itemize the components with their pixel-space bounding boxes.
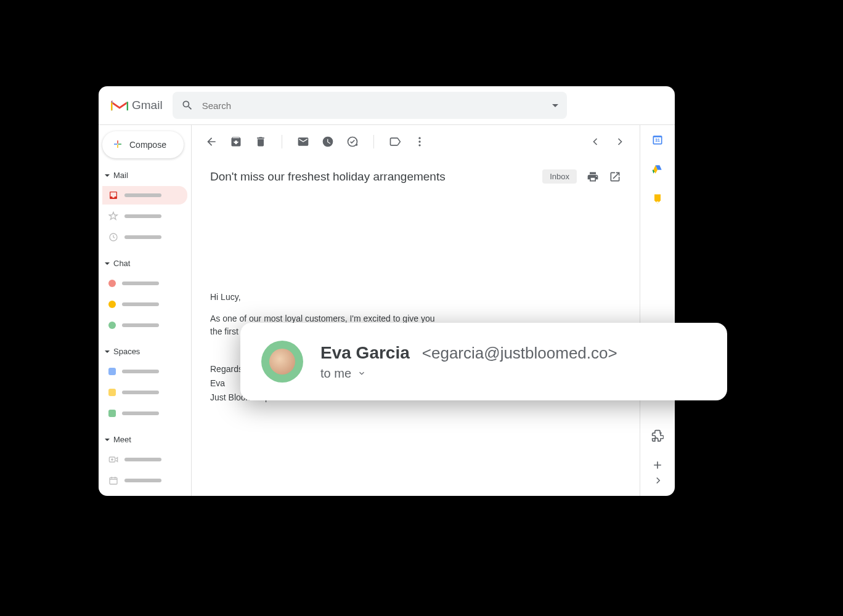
space-item-2[interactable] xyxy=(102,383,187,402)
svg-point-5 xyxy=(418,140,420,142)
nav-placeholder xyxy=(124,235,161,239)
delete-icon[interactable] xyxy=(255,136,267,148)
svg-rect-10 xyxy=(656,201,658,203)
chat-item-2[interactable] xyxy=(102,295,187,314)
meet-section-header[interactable]: Meet xyxy=(102,431,187,448)
avatar-image xyxy=(269,349,295,375)
gmail-logo[interactable]: Gmail xyxy=(111,99,163,112)
email-subject: Don't miss our freshest holiday arrangem… xyxy=(210,170,532,184)
content-area: Compose Mail Chat xyxy=(99,124,675,496)
collapse-panel-icon[interactable] xyxy=(653,475,664,486)
spaces-section-label: Spaces xyxy=(113,347,140,356)
nav-placeholder xyxy=(124,193,161,197)
separator xyxy=(282,135,282,148)
chat-section-header[interactable]: Chat xyxy=(102,255,187,272)
side-panel: 31 xyxy=(640,125,675,496)
email-greeting: Hi Lucy, xyxy=(210,291,621,304)
sidebar-item-starred[interactable] xyxy=(102,207,187,225)
sender-card: Eva Garcia <egarcia@justbloomed.co> to m… xyxy=(240,323,727,400)
star-icon xyxy=(108,211,118,221)
archive-icon[interactable] xyxy=(230,136,242,148)
calendar-icon xyxy=(108,476,118,485)
nav-placeholder xyxy=(122,370,159,373)
mark-unread-icon[interactable] xyxy=(297,136,309,148)
svg-point-4 xyxy=(418,137,420,139)
caret-down-icon xyxy=(105,174,110,177)
search-icon xyxy=(181,99,193,111)
nav-placeholder xyxy=(122,323,159,327)
open-new-icon[interactable] xyxy=(609,171,621,183)
plus-icon[interactable] xyxy=(651,459,664,471)
caret-down-icon xyxy=(105,262,110,265)
spaces-section-header[interactable]: Spaces xyxy=(102,343,187,360)
sender-info: Eva Garcia <egarcia@justbloomed.co> to m… xyxy=(320,343,617,381)
sidebar-item-snoozed[interactable] xyxy=(102,228,187,246)
sidebar: Compose Mail Chat xyxy=(99,125,191,496)
snooze-icon[interactable] xyxy=(322,136,334,148)
nav-placeholder xyxy=(124,458,161,461)
video-plus-icon xyxy=(108,455,118,464)
compose-label: Compose xyxy=(129,140,166,150)
app-window: Gmail Compose xyxy=(99,86,675,496)
back-icon[interactable] xyxy=(205,136,218,148)
nav-placeholder xyxy=(122,282,159,285)
gmail-icon xyxy=(111,99,128,112)
caret-down-icon xyxy=(105,439,110,441)
plus-icon xyxy=(112,139,123,152)
app-name: Gmail xyxy=(132,99,163,112)
space-item-3[interactable] xyxy=(102,404,187,423)
svg-point-6 xyxy=(418,144,420,146)
label-chip[interactable]: Inbox xyxy=(542,169,577,184)
sidebar-item-inbox[interactable] xyxy=(102,186,187,205)
sender-name: Eva Garcia xyxy=(320,343,410,363)
meet-new[interactable] xyxy=(102,450,187,469)
header-bar: Gmail xyxy=(99,86,675,124)
prev-icon[interactable] xyxy=(589,136,601,148)
calendar-icon[interactable]: 31 xyxy=(651,134,664,146)
chat-section-label: Chat xyxy=(113,259,130,268)
status-dot-icon xyxy=(108,301,116,308)
action-toolbar xyxy=(192,125,640,158)
meet-join[interactable] xyxy=(102,471,187,490)
sender-email: <egarcia@justbloomed.co> xyxy=(422,344,617,363)
nav-placeholder xyxy=(122,411,159,415)
nav-placeholder xyxy=(124,214,161,218)
search-bar[interactable] xyxy=(173,92,567,119)
keep-icon[interactable] xyxy=(651,193,664,205)
recipient-label: to me xyxy=(320,367,351,381)
sender-avatar[interactable] xyxy=(261,341,303,383)
space-icon xyxy=(108,368,116,375)
meet-section-label: Meet xyxy=(113,435,131,444)
status-dot-icon xyxy=(108,322,116,329)
search-input[interactable] xyxy=(202,100,544,111)
add-task-icon[interactable] xyxy=(346,136,359,148)
svg-text:31: 31 xyxy=(655,138,660,142)
recipient-dropdown[interactable]: to me xyxy=(320,367,617,381)
svg-rect-2 xyxy=(110,477,117,484)
chat-item-3[interactable] xyxy=(102,316,187,334)
nav-placeholder xyxy=(122,302,159,306)
mail-section-header[interactable]: Mail xyxy=(102,167,187,184)
inbox-icon xyxy=(108,190,118,200)
subject-row: Don't miss our freshest holiday arrangem… xyxy=(192,158,640,192)
separator xyxy=(373,135,374,148)
compose-button[interactable]: Compose xyxy=(102,131,184,158)
label-icon[interactable] xyxy=(389,136,401,148)
search-options-icon[interactable] xyxy=(552,104,558,107)
next-icon[interactable] xyxy=(614,136,626,148)
chat-item-1[interactable] xyxy=(102,274,187,293)
compose-plus-svg xyxy=(112,139,123,150)
main-column: Don't miss our freshest holiday arrangem… xyxy=(191,125,640,496)
drive-icon[interactable] xyxy=(651,163,664,176)
nav-placeholder xyxy=(124,479,161,482)
print-icon[interactable] xyxy=(587,171,599,183)
space-item-1[interactable] xyxy=(102,362,187,381)
addons-icon[interactable] xyxy=(651,429,664,442)
space-icon xyxy=(108,410,116,417)
status-dot-icon xyxy=(108,280,116,287)
space-icon xyxy=(108,389,116,396)
mail-section-label: Mail xyxy=(113,171,128,180)
clock-icon xyxy=(108,232,118,242)
chevron-down-icon xyxy=(357,369,366,378)
more-icon[interactable] xyxy=(413,136,426,148)
